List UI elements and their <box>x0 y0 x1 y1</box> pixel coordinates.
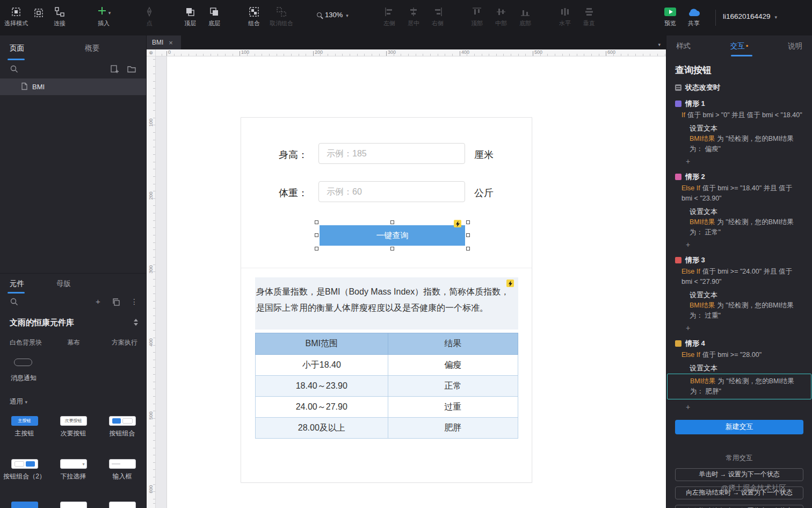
resize-handle[interactable] <box>390 247 394 251</box>
new-interaction-button[interactable]: 新建交互 <box>675 420 803 434</box>
canvas-viewport[interactable]: 身高： 厘米 体重： 公斤 一键查询 <box>156 56 666 508</box>
case-4-action-detail-selected[interactable]: BMI结果为 "经检测，您的BMI结果为： 肥胖" <box>667 374 811 399</box>
case-1-action[interactable]: 设置文本 <box>690 124 803 133</box>
connect-tool[interactable]: 连接 <box>46 5 74 27</box>
resize-handle[interactable] <box>315 247 318 251</box>
case-2-action-detail[interactable]: BMI结果为 "经检测，您的BMI结果为： 正常" <box>690 217 803 238</box>
align-right-tool[interactable]: 右侧 <box>424 5 452 27</box>
input-thumbnail <box>109 459 136 469</box>
inspector-tabs: 样式 交互 说明 <box>666 35 812 56</box>
page-icon <box>20 82 28 92</box>
distribute-vertical-tool[interactable]: 垂直 <box>575 5 603 27</box>
resize-handle[interactable] <box>466 233 470 237</box>
resize-handle[interactable] <box>390 220 394 224</box>
case-2-condition[interactable]: Else If值于 bmi >= "18.40" 并且 值于 bmi < "23… <box>682 183 803 204</box>
account-menu[interactable]: li16620164429 <box>723 12 777 20</box>
widget-primary-button[interactable]: 主按钮 主按钮 <box>0 416 49 438</box>
ungroup-tool[interactable]: 取消组合 <box>266 5 296 27</box>
close-icon[interactable] <box>169 39 173 47</box>
table-cell: 28.00及以上 <box>256 418 388 439</box>
weight-input[interactable] <box>318 181 465 202</box>
ruler-origin-crosshair-icon[interactable] <box>147 49 156 56</box>
add-action-button[interactable]: + <box>686 403 693 411</box>
resize-handle[interactable] <box>315 233 318 237</box>
group-tool[interactable]: 组合 <box>240 5 268 27</box>
kebab-menu-icon[interactable] <box>130 297 138 306</box>
widgets-toolbar <box>0 294 146 311</box>
send-to-back-tool[interactable]: 底层 <box>200 5 228 27</box>
case-4-action[interactable]: 设置文本 <box>690 363 803 373</box>
event-row[interactable]: 状态改变时 <box>675 83 803 92</box>
case-3-header[interactable]: 情形 3 <box>675 255 803 265</box>
widget-secondary-button[interactable]: 次要按钮 次要按钮 <box>49 416 98 438</box>
pen-tool[interactable]: 点 <box>135 5 163 27</box>
doc-tab-bmi[interactable]: BMI <box>147 35 181 49</box>
add-widget-icon[interactable] <box>96 297 100 306</box>
case-3-action[interactable]: 设置文本 <box>690 290 803 300</box>
library-category[interactable]: 方案执行 <box>112 338 137 347</box>
page-item-bmi[interactable]: BMI <box>0 78 146 95</box>
case-1-action-detail[interactable]: BMI结果为 "经检测，您的BMI结果为： 偏瘦" <box>690 134 803 154</box>
resize-handle[interactable] <box>466 220 470 224</box>
tab-note[interactable]: 说明 <box>788 41 802 51</box>
query-button[interactable]: 一键查询 <box>320 225 465 246</box>
common-action-drag-right[interactable]: 向右拖动结束时 → 设置为上一个状态 <box>675 505 803 508</box>
tab-list-chevron-icon[interactable] <box>658 39 661 48</box>
case-folder-icon <box>675 174 682 180</box>
ruler-tick-label: 100 <box>241 49 249 55</box>
notification-widget-thumbnail[interactable] <box>14 359 32 366</box>
widget-button-group-2[interactable]: 按钮组合（2） <box>0 459 49 481</box>
case-3-condition[interactable]: Else If值于 bmi >= "24.00" 并且 值于 bmi < "27… <box>682 267 803 287</box>
interaction-lightning-badge-icon <box>506 280 514 287</box>
case-2-header[interactable]: 情形 2 <box>675 172 803 182</box>
case-4-header[interactable]: 情形 4 <box>675 339 803 348</box>
widget-button-group[interactable]: 按钮组合 <box>98 416 146 438</box>
search-icon[interactable] <box>10 297 19 309</box>
case-1-condition[interactable]: If值于 bmi > "0" 并且 值于 bmi < "18.40" <box>682 110 803 120</box>
share-button[interactable]: 共享 <box>680 5 708 27</box>
align-bottom-tool[interactable]: 底部 <box>511 5 539 27</box>
widget-dropdown[interactable]: 下拉选择 <box>49 459 98 481</box>
add-action-button[interactable]: + <box>686 324 693 332</box>
tab-pages[interactable]: 页面 <box>10 44 24 53</box>
add-action-button[interactable]: + <box>686 240 693 249</box>
table-cell: 偏瘦 <box>388 355 518 376</box>
add-page-icon[interactable] <box>110 65 119 76</box>
zoom-control[interactable]: 130% <box>317 11 349 19</box>
artboard-page[interactable]: 身高： 厘米 体重： 公斤 一键查询 <box>166 56 666 508</box>
common-action-onclick[interactable]: 单击时 → 设置为下一个状态 <box>675 468 803 481</box>
bmi-card[interactable]: 身高： 厘米 体重： 公斤 一键查询 <box>241 117 532 483</box>
case-4-condition[interactable]: Else If值于 bmi >= "28.00" <box>682 350 803 360</box>
resize-handle[interactable] <box>466 247 470 251</box>
widget-input[interactable]: 输入框 <box>98 459 146 481</box>
case-1-header[interactable]: 情形 1 <box>675 99 803 109</box>
library-category[interactable]: 幕布 <box>67 338 80 347</box>
interaction-lightning-badge-icon <box>454 220 461 227</box>
case-name: 情形 3 <box>685 255 705 265</box>
insert-tool[interactable]: 插入 <box>90 5 118 27</box>
library-category[interactable]: 白色背景块 <box>10 338 42 347</box>
tab-interaction[interactable]: 交互 <box>730 41 749 51</box>
library-categories: 白色背景块 幕布 方案执行 <box>0 338 146 347</box>
widget-partial[interactable] <box>0 502 49 508</box>
tab-style[interactable]: 样式 <box>676 41 691 51</box>
search-icon[interactable] <box>10 65 19 76</box>
widget-partial[interactable] <box>49 502 98 508</box>
add-action-button[interactable]: + <box>686 157 693 166</box>
tab-widgets[interactable]: 元件 <box>10 279 24 289</box>
tab-masters[interactable]: 母版 <box>56 279 71 289</box>
toolbar-divider <box>715 10 716 26</box>
weight-label: 体重： <box>279 187 308 199</box>
height-input[interactable] <box>318 143 465 164</box>
add-folder-icon[interactable] <box>127 65 136 75</box>
resize-handle[interactable] <box>315 220 318 224</box>
share-cloud-icon <box>680 5 708 19</box>
case-3-action-detail[interactable]: BMI结果为 "经检测，您的BMI结果为： 过重" <box>690 300 803 321</box>
library-sort-icon[interactable] <box>133 318 139 327</box>
vertical-ruler: 100 200 300 400 500 600 <box>147 56 156 508</box>
widget-partial[interactable] <box>98 502 146 508</box>
tab-outline[interactable]: 概要 <box>85 44 99 53</box>
duplicate-icon[interactable] <box>112 298 120 309</box>
section-common[interactable]: 通用 <box>10 397 27 406</box>
case-2-action[interactable]: 设置文本 <box>690 207 803 217</box>
